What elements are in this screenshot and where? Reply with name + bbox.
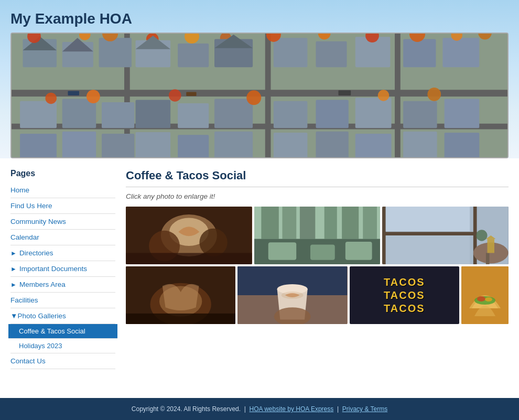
svg-rect-55 [445, 133, 480, 157]
svg-point-58 [169, 89, 181, 102]
svg-rect-38 [178, 103, 209, 128]
svg-point-111 [485, 297, 492, 301]
svg-rect-27 [442, 38, 479, 67]
svg-rect-40 [274, 101, 308, 128]
hero-svg [12, 34, 507, 157]
sidebar-item-facilities[interactable]: Facilities [10, 293, 115, 308]
hero-image [10, 33, 509, 158]
svg-point-59 [246, 90, 261, 105]
svg-rect-73 [261, 207, 278, 239]
svg-rect-37 [136, 100, 171, 128]
sidebar-item-home[interactable]: Home [10, 182, 115, 198]
svg-rect-70 [126, 253, 252, 264]
svg-point-69 [199, 229, 227, 256]
chevron-right-icon: ► [10, 265, 17, 273]
svg-rect-77 [342, 207, 359, 239]
svg-rect-62 [68, 91, 80, 95]
svg-rect-82 [345, 242, 372, 260]
svg-rect-75 [300, 207, 315, 239]
gallery-row-2: TACOS TACOS TACOS [126, 266, 509, 324]
svg-rect-53 [355, 134, 392, 157]
gallery-instruction: Click any photo to enlarge it! [126, 192, 509, 200]
svg-rect-92 [486, 253, 490, 264]
svg-rect-35 [62, 99, 96, 128]
sidebar-item-directories[interactable]: ► Directories [10, 245, 115, 261]
content-area: Coffee & Tacos Social Click any photo to… [126, 169, 509, 369]
svg-rect-34 [20, 101, 57, 128]
sidebar-item-find-us-here[interactable]: Find Us Here [10, 198, 115, 214]
chevron-down-icon: ▼ [10, 312, 17, 320]
svg-point-95 [477, 230, 488, 241]
svg-rect-39 [214, 99, 253, 128]
svg-rect-50 [214, 132, 253, 157]
svg-rect-51 [274, 133, 308, 157]
svg-rect-89 [386, 207, 470, 231]
tacos-text-2: TACOS [384, 289, 425, 301]
svg-rect-11 [99, 38, 132, 67]
svg-rect-6 [395, 34, 401, 157]
site-header: My Example HOA [0, 0, 519, 158]
svg-rect-76 [324, 207, 337, 239]
svg-point-110 [477, 296, 485, 301]
svg-rect-81 [310, 244, 335, 260]
main-layout: Pages Home Find Us Here Community News C… [0, 158, 519, 380]
tacos-text-3: TACOS [384, 303, 425, 315]
svg-rect-78 [363, 207, 377, 239]
svg-rect-93 [488, 239, 494, 253]
sidebar-item-photo-galleries[interactable]: ▼ Photo Galleries [10, 308, 115, 324]
svg-rect-24 [316, 41, 347, 67]
chevron-right-icon: ► [10, 250, 17, 257]
sidebar-item-calendar[interactable]: Calendar [10, 230, 115, 245]
sidebar: Pages Home Find Us Here Community News C… [10, 169, 115, 369]
svg-rect-100 [126, 314, 235, 324]
svg-rect-48 [136, 132, 171, 157]
gallery-photo-4[interactable] [126, 266, 235, 324]
svg-rect-41 [316, 100, 349, 128]
gallery-row-1 [126, 207, 509, 264]
svg-rect-90 [386, 235, 470, 264]
svg-rect-44 [445, 99, 480, 128]
svg-rect-63 [186, 92, 196, 96]
gallery-photo-2[interactable] [254, 207, 381, 264]
svg-rect-36 [102, 102, 134, 128]
svg-rect-52 [316, 132, 349, 157]
svg-point-56 [46, 93, 57, 104]
gallery-photo-5[interactable] [237, 266, 347, 324]
page-title: Coffee & Tacos Social [126, 169, 509, 187]
svg-point-60 [378, 90, 390, 101]
tacos-text-1: TACOS [384, 276, 425, 288]
gallery-photo-6[interactable]: TACOS TACOS TACOS [350, 266, 459, 324]
svg-rect-45 [20, 134, 57, 157]
sidebar-item-important-documents[interactable]: ► Important Documents [10, 261, 115, 277]
svg-rect-80 [268, 242, 296, 260]
svg-rect-20 [178, 44, 209, 67]
svg-rect-87 [382, 232, 477, 235]
svg-rect-5 [265, 34, 271, 157]
gallery-photo-7[interactable] [461, 266, 509, 324]
svg-rect-42 [355, 98, 392, 128]
sidebar-item-contact-us[interactable]: Contact Us [10, 353, 115, 369]
svg-rect-54 [403, 132, 437, 157]
sidebar-item-community-news[interactable]: Community News [10, 214, 115, 230]
sidebar-item-members-area[interactable]: ► Members Area [10, 277, 115, 293]
svg-rect-46 [62, 132, 96, 157]
sidebar-item-holidays-2023[interactable]: Holidays 2023 [10, 339, 115, 353]
gallery-photo-1[interactable] [126, 207, 252, 264]
svg-rect-74 [282, 207, 296, 239]
svg-rect-64 [339, 90, 351, 95]
svg-rect-26 [403, 39, 436, 68]
chevron-right-icon: ► [10, 281, 17, 288]
site-title: My Example HOA [0, 5, 519, 33]
sidebar-section-title: Pages [10, 169, 115, 178]
svg-rect-23 [274, 38, 308, 67]
svg-point-61 [427, 88, 441, 101]
svg-point-57 [87, 90, 100, 103]
svg-rect-47 [102, 134, 134, 157]
svg-rect-43 [403, 101, 437, 128]
sidebar-item-coffee-tacos-social[interactable]: Coffee & Tacos Social [8, 324, 117, 339]
gallery-photo-3[interactable] [382, 207, 509, 264]
svg-rect-49 [178, 135, 209, 157]
svg-point-109 [474, 296, 495, 305]
